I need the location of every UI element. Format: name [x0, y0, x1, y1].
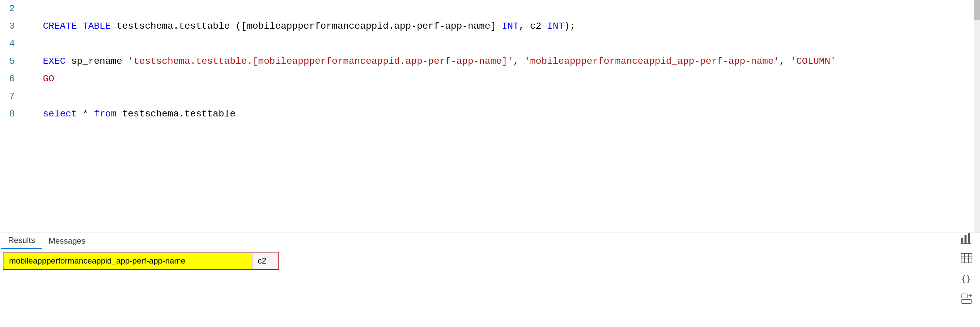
svg-rect-1 — [964, 235, 967, 242]
right-icons: {} — [958, 230, 975, 307]
bottom-panel: ResultsMessages mobileappperformanceappi… — [0, 233, 980, 327]
svg-rect-0 — [961, 238, 963, 242]
table-header-mobileappperformanceappid-app-perf-app-name: mobileappperformanceappid_app-perf-app-n… — [4, 253, 253, 269]
line-number: 4 — [9, 35, 15, 53]
table-icon[interactable] — [958, 250, 975, 266]
editor-area: 2345678 CREATE TABLE testschema.testtabl… — [0, 0, 980, 233]
table-header-c2: c2 — [252, 253, 278, 269]
line-number: 5 — [9, 53, 15, 70]
scrollbar-thumb[interactable] — [974, 0, 980, 20]
export-icon[interactable] — [958, 290, 975, 307]
line-number: 2 — [9, 0, 15, 18]
results-table-wrapper: mobileappperformanceappid_app-perf-app-n… — [3, 252, 279, 270]
bottom-tabs: ResultsMessages — [0, 233, 980, 249]
svg-rect-10 — [962, 299, 971, 303]
code-line: select * from testschema.testtable — [20, 105, 980, 123]
code-line — [20, 35, 980, 53]
svg-text:{}: {} — [961, 274, 971, 284]
code-line — [20, 88, 980, 105]
code-line — [20, 0, 980, 18]
results-area: mobileappperformanceappid_app-perf-app-n… — [0, 249, 980, 327]
svg-rect-4 — [961, 254, 972, 263]
code-line: CREATE TABLE testschema.testtable ([mobi… — [20, 18, 980, 35]
tab-messages[interactable]: Messages — [42, 233, 92, 248]
line-number: 6 — [9, 70, 15, 88]
code-line: GO — [20, 70, 980, 88]
scrollbar-right[interactable] — [974, 0, 980, 233]
json-icon[interactable]: {} — [958, 270, 975, 287]
tab-results[interactable]: Results — [2, 233, 42, 249]
line-number: 7 — [9, 88, 15, 105]
results-table: mobileappperformanceappid_app-perf-app-n… — [3, 252, 278, 269]
line-number: 8 — [9, 105, 15, 123]
chart-icon[interactable] — [958, 230, 975, 246]
line-number: 3 — [9, 18, 15, 35]
code-content[interactable]: CREATE TABLE testschema.testtable ([mobi… — [20, 0, 980, 233]
line-numbers: 2345678 — [0, 0, 20, 233]
svg-rect-11 — [962, 294, 967, 298]
code-line: EXEC sp_rename 'testschema.testtable.[mo… — [20, 53, 980, 70]
svg-rect-2 — [968, 233, 970, 242]
